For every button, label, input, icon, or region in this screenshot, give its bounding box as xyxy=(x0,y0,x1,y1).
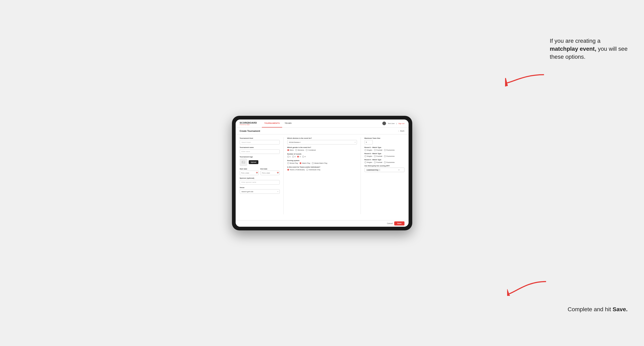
save-button[interactable]: Save xyxy=(394,221,404,225)
tournament-host-input[interactable] xyxy=(240,140,280,145)
col-middle: Which division is the event for? NCAA Di… xyxy=(287,137,357,214)
scoring-stroke[interactable]: Stroke Play xyxy=(287,162,298,164)
teams-option[interactable]: Teams (+Individuals) xyxy=(287,169,305,171)
max-team-size-input[interactable] xyxy=(364,140,373,145)
venue-select-wrapper: Search golf club xyxy=(240,189,280,194)
end-date-label: End date xyxy=(260,168,280,170)
round1-label: Round 1 - Match Type xyxy=(364,147,404,148)
gender-combined[interactable]: Combined xyxy=(306,149,316,151)
arrow-right xyxy=(505,73,546,89)
app-header: SCOREBOARD Powered by clippit TOURNAMENT… xyxy=(236,120,408,128)
form-container: Create Tournament ← Back Tournament Host… xyxy=(236,128,408,227)
user-name: Test User xyxy=(388,123,395,124)
division-select[interactable]: NCAA Division I xyxy=(287,140,357,145)
scoring-label: Scoring system xyxy=(287,160,357,162)
round-3[interactable]: 3 xyxy=(297,156,300,158)
scoring-medal[interactable]: Medal Match Play xyxy=(312,162,328,164)
scoring-medal-label: Medal Match Play xyxy=(314,162,328,164)
round2-singles-label: Singles xyxy=(367,155,372,157)
round3-singles[interactable]: Singles xyxy=(364,162,372,163)
tab-tournaments[interactable]: TOURNAMENTS xyxy=(262,120,282,128)
scoring-radio-group: Stroke Play Match Play Medal Match Play xyxy=(287,162,357,164)
gender-womens-label: Womens xyxy=(298,149,304,151)
col-divider-2 xyxy=(360,137,361,214)
round3-foursomes[interactable]: Foursomes xyxy=(384,162,395,163)
sponsor-label: Sponsor (optional) xyxy=(240,177,280,179)
start-date-input[interactable] xyxy=(240,171,259,175)
team-individuals-group: Is this event for Teams and/or Individua… xyxy=(287,166,357,171)
round2-match-type: Round 2 - Match Type Singles Fourball xyxy=(364,153,404,157)
round3-match-type: Round 3 - Match Type Singles Fourball xyxy=(364,159,404,163)
end-date-input-wrapper xyxy=(260,171,280,175)
rounds-label: Number of rounds xyxy=(287,153,357,155)
round3-radio-group: Singles Fourball Foursomes xyxy=(364,162,404,163)
round2-radio-group: Singles Fourball Foursomes xyxy=(364,155,404,157)
individuals-option[interactable]: Individuals Only xyxy=(306,169,320,171)
round3-label: Round 3 - Match Type xyxy=(364,159,404,161)
end-date-input[interactable] xyxy=(260,171,280,175)
annotation-right-bold: matchplay event, xyxy=(550,46,596,52)
form-body: Tournament Host Tournament name Tourname… xyxy=(236,134,408,217)
tournament-name-group: Tournament name xyxy=(240,147,280,154)
third-party-group: Use third-party live scoring API? Leader… xyxy=(364,165,404,172)
scoring-stroke-label: Stroke Play xyxy=(290,162,298,164)
gender-womens[interactable]: Womens xyxy=(295,149,304,151)
gender-mens[interactable]: Mens xyxy=(287,149,294,151)
round-3-label: 3 xyxy=(300,156,300,158)
gender-group: Which gender is the event for? Mens Wome… xyxy=(287,147,357,151)
rounds-radio-group: 1 2 3 xyxy=(287,156,357,158)
max-team-size-label: Maximum Team Size xyxy=(364,137,404,139)
round-2[interactable]: 2 xyxy=(292,156,296,158)
upload-button[interactable]: Upload xyxy=(249,160,258,164)
teams-label: Teams (+Individuals) xyxy=(290,169,305,171)
round1-foursomes[interactable]: Foursomes xyxy=(384,149,395,151)
round-4[interactable]: 4 xyxy=(302,156,306,158)
back-link[interactable]: ← Back xyxy=(398,130,404,132)
scoring-match-label: Match Play xyxy=(302,162,310,164)
col-right: Maximum Team Size Round 1 - Match Type S… xyxy=(364,137,404,214)
venue-group: Venue Search golf club xyxy=(240,187,280,194)
tablet-screen: SCOREBOARD Powered by clippit TOURNAMENT… xyxy=(236,120,408,227)
annotation-bottom: Complete and hit Save. xyxy=(568,305,628,313)
third-party-value: Leaderboard King xyxy=(367,169,378,171)
form-header: Create Tournament ← Back xyxy=(236,128,408,134)
round3-fourball-label: Fourball xyxy=(376,162,382,163)
logo-upload-area: Upload xyxy=(240,159,280,166)
round2-fourball[interactable]: Fourball xyxy=(374,155,382,157)
start-date-wrapper: Start date xyxy=(240,168,259,175)
round1-fourball[interactable]: Fourball xyxy=(374,149,382,151)
tag-close-icon[interactable]: × xyxy=(379,169,380,171)
tournament-name-input[interactable] xyxy=(240,149,280,154)
round3-fourball[interactable]: Fourball xyxy=(374,162,382,163)
image-icon xyxy=(242,161,245,164)
tab-teams[interactable]: TEAMS xyxy=(282,120,294,128)
third-party-input[interactable]: Leaderboard King × ▼ xyxy=(364,168,404,172)
annotation-right: If you are creating a matchplay event, y… xyxy=(550,37,628,61)
round2-label: Round 2 - Match Type xyxy=(364,153,404,155)
dates-group: Start date End date xyxy=(240,168,280,175)
round-1-label: 1 xyxy=(290,156,290,158)
team-individuals-label: Is this event for Teams and/or Individua… xyxy=(287,166,357,168)
round1-singles[interactable]: Singles xyxy=(364,149,372,151)
annotation-right-text1: If you are creating a xyxy=(550,38,600,44)
sponsor-input[interactable] xyxy=(240,180,280,184)
tournament-host-label: Tournament Host xyxy=(240,137,280,139)
scoring-match[interactable]: Match Play xyxy=(300,162,310,164)
round1-radio-group: Singles Fourball Foursomes xyxy=(364,149,404,151)
tournament-logo-group: Tournament logo Upload xyxy=(240,156,280,166)
avatar xyxy=(382,122,386,125)
cancel-button[interactable]: Cancel xyxy=(387,222,392,224)
venue-select[interactable]: Search golf club xyxy=(240,189,280,194)
annotation-bottom-bold: Save. xyxy=(613,306,628,313)
round2-foursomes[interactable]: Foursomes xyxy=(384,155,395,157)
sign-out-link[interactable]: Sign out xyxy=(398,123,404,124)
third-party-tag: Leaderboard King × xyxy=(366,169,380,171)
round-4-label: 4 xyxy=(305,156,306,158)
round2-singles[interactable]: Singles xyxy=(364,155,372,157)
main-content: Create Tournament ← Back Tournament Host… xyxy=(236,128,408,227)
round-1[interactable]: 1 xyxy=(287,156,290,158)
gender-mens-label: Mens xyxy=(290,149,294,151)
col-left: Tournament Host Tournament name Tourname… xyxy=(240,137,280,214)
tournament-name-label: Tournament name xyxy=(240,147,280,148)
gender-combined-label: Combined xyxy=(308,149,316,151)
